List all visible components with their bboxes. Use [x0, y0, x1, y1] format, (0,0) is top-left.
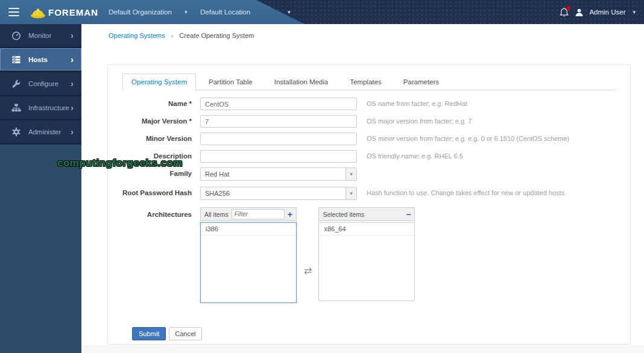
- remove-all-icon[interactable]: −: [406, 210, 411, 219]
- watermark-text: computingforgeeks.com: [57, 157, 183, 169]
- location-switcher[interactable]: Default Location: [200, 8, 250, 16]
- tachometer-icon: [11, 31, 22, 40]
- major-version-help-text: OS major version from facter; e.g. 7: [367, 115, 472, 125]
- family-select-caret-icon: ▼: [346, 168, 356, 180]
- sidebar-item-administer[interactable]: Administer ›: [0, 120, 81, 145]
- sidebar-item-infrastructure[interactable]: Infrastructure ›: [0, 96, 81, 120]
- add-all-icon[interactable]: +: [288, 210, 292, 219]
- tab-bar: Operating System Partition Table Install…: [122, 73, 616, 90]
- notifications-bell-icon[interactable]: [560, 7, 569, 17]
- root-password-hash-select[interactable]: SHA256 ▼: [200, 187, 357, 200]
- hash-select-caret-icon: ▼: [346, 187, 356, 199]
- family-selected-value: Red Hat: [201, 168, 346, 180]
- sidebar-item-hosts[interactable]: Hosts ›: [0, 48, 81, 72]
- major-version-label: Major Version *: [108, 115, 200, 125]
- server-stack-icon: [11, 55, 22, 64]
- major-version-field[interactable]: [200, 115, 357, 128]
- breadcrumb: Operating Systems › Create Operating Sys…: [109, 32, 254, 39]
- hash-help-text: Hash function to use. Change takes effec…: [367, 187, 566, 196]
- selected-items-header: Selected items −: [318, 207, 415, 221]
- hash-selected-value: SHA256: [201, 187, 346, 199]
- notification-badge: [566, 6, 570, 10]
- wrench-icon: [11, 79, 22, 89]
- form-panel: Operating System Partition Table Install…: [107, 64, 631, 345]
- operating-system-form: Name * OS name from facter; e.g. RedHat …: [108, 90, 630, 340]
- user-caret-icon[interactable]: ▾: [633, 9, 636, 15]
- foreman-helmet-logo-icon: [30, 5, 46, 21]
- brand-title: FOREMAN: [48, 7, 98, 17]
- tab-parameters[interactable]: Parameters: [394, 73, 448, 90]
- list-item-i386[interactable]: i386: [201, 223, 296, 236]
- available-items-header: All items +: [200, 207, 297, 221]
- user-avatar-icon[interactable]: [575, 8, 584, 17]
- tab-installation-media[interactable]: Installation Media: [265, 73, 338, 90]
- root-password-hash-label: Root Password Hash: [108, 187, 200, 196]
- breadcrumb-separator-icon: ›: [171, 32, 174, 39]
- chevron-right-icon: ›: [71, 30, 74, 40]
- cancel-button[interactable]: Cancel: [169, 327, 201, 340]
- architecture-filter-input[interactable]: [232, 209, 285, 219]
- org-caret-icon[interactable]: ▾: [185, 9, 188, 15]
- list-item-x86-64[interactable]: x86_64: [319, 223, 414, 236]
- chevron-right-icon: ›: [71, 126, 74, 136]
- submit-button[interactable]: Submit: [132, 327, 166, 340]
- chevron-right-icon: ›: [71, 54, 74, 64]
- footer-strip: [81, 345, 644, 353]
- location-caret-icon[interactable]: ▾: [288, 9, 291, 15]
- org-switcher[interactable]: Default Organization: [109, 8, 172, 16]
- minor-version-field[interactable]: [200, 133, 357, 145]
- vertical-nav-sidebar: Monitor › Hosts ›: [0, 24, 81, 353]
- chevron-right-icon: ›: [71, 78, 74, 88]
- hamburger-menu-icon[interactable]: [8, 8, 19, 16]
- minor-version-help-text: OS minor version from facter; e.g. e.g. …: [367, 133, 569, 142]
- tab-partition-table[interactable]: Partition Table: [200, 73, 262, 90]
- architectures-label: Architectures: [108, 207, 200, 218]
- exchange-arrows-icon[interactable]: ⇄: [304, 265, 312, 276]
- tab-templates[interactable]: Templates: [341, 73, 390, 90]
- sitemap-icon: [11, 103, 22, 113]
- name-label: Name *: [108, 98, 200, 107]
- gear-icon: [11, 127, 22, 137]
- minor-version-label: Minor Version: [108, 133, 200, 142]
- name-field[interactable]: [200, 98, 357, 110]
- family-select[interactable]: Red Hat ▼: [200, 167, 357, 181]
- chevron-right-icon: ›: [71, 102, 74, 112]
- sidebar-item-configure[interactable]: Configure ›: [0, 72, 81, 96]
- name-help-text: OS name from facter; e.g. RedHat: [367, 98, 467, 107]
- breadcrumb-current: Create Operating System: [179, 32, 254, 39]
- main-content: Operating Systems › Create Operating Sys…: [81, 24, 644, 353]
- description-help-text: OS friendly name; e.g. RHEL 6.5: [367, 150, 463, 160]
- breadcrumb-link-operating-systems[interactable]: Operating Systems: [109, 32, 165, 39]
- top-navbar: FOREMAN Default Organization ▾ Default L…: [0, 0, 644, 24]
- tab-operating-system[interactable]: Operating System: [122, 73, 196, 90]
- user-menu[interactable]: Admin User: [589, 8, 625, 16]
- description-field[interactable]: [200, 150, 357, 163]
- selected-architectures-list[interactable]: x86_64: [318, 222, 415, 301]
- sidebar-item-monitor[interactable]: Monitor ›: [0, 24, 81, 48]
- available-architectures-list[interactable]: i386: [200, 222, 297, 303]
